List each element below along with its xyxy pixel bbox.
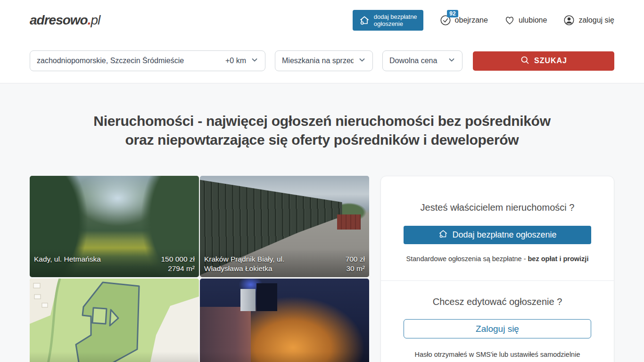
header: adresowo.pl dodaj bezpłatneogłoszenie 92…: [0, 0, 644, 40]
radius-value: +0 km: [225, 57, 246, 65]
viewed-count-badge: 92: [447, 10, 458, 17]
listing-card[interactable]: Kady, ul. Hetmańska 150 000 zł 2794 m²: [30, 176, 199, 277]
header-actions: dodaj bezpłatneogłoszenie 92 obejrzane u…: [353, 10, 614, 31]
category-value: Mieszkania na sprzeda: [282, 57, 354, 65]
login-link[interactable]: zaloguj się: [563, 14, 614, 26]
add-listing-line1: dodaj bezpłatne: [374, 13, 417, 20]
login-label: zaloguj się: [578, 16, 614, 25]
chevron-down-icon: [448, 56, 455, 66]
heart-icon: [504, 15, 515, 26]
sidebar-divider: [381, 280, 614, 281]
listing-label: Kraków Prądnik Biały, ul. Władysława Łok…: [200, 253, 369, 277]
radius-select[interactable]: +0 km: [225, 56, 258, 66]
listing-area: 30 m²: [346, 264, 365, 273]
search-bar: zachodniopomorskie, Szczecin Śródmieście…: [0, 40, 644, 83]
add-listing-button[interactable]: dodaj bezpłatneogłoszenie: [353, 10, 423, 31]
search-button-label: SZUKAJ: [534, 57, 567, 65]
listing-title: Kraków Prądnik Biały, ul. Władysława Łok…: [204, 255, 304, 273]
logo-tld: pl: [91, 13, 100, 27]
page-title-line1: Nieruchomości - najwięcej ogłoszeń nieru…: [30, 112, 614, 131]
login-sidebar-button[interactable]: Zaloguj się: [404, 319, 591, 338]
main-row: Kady, ul. Hetmańska 150 000 zł 2794 m² K…: [30, 176, 614, 362]
location-input[interactable]: zachodniopomorskie, Szczecin Śródmieście…: [30, 50, 265, 71]
favorites-link[interactable]: ulubione: [504, 15, 547, 26]
search-button[interactable]: SZUKAJ: [473, 51, 614, 71]
house-plus-icon: [359, 15, 370, 26]
page-title-line2: oraz niepowtarzające się oferty pośredni…: [30, 131, 614, 149]
listing-label: Kady, ul. Hetmańska 150 000 zł 2794 m²: [30, 253, 199, 277]
user-circle-icon: [563, 14, 575, 26]
listing-price: 700 zł: [346, 255, 365, 264]
card-shade: [30, 352, 199, 362]
add-listing-line2: ogłoszenie: [374, 20, 403, 27]
owner-note-prefix: Standardowe ogłoszenia są bezpłatne -: [406, 255, 528, 263]
listing-numbers: 150 000 zł 2794 m²: [161, 255, 195, 273]
main-content: Nieruchomości - najwięcej ogłoszeń nieru…: [0, 83, 644, 362]
listing-area: 2794 m²: [161, 264, 195, 273]
listing-card[interactable]: Kraków Prądnik Biały, ul. Władysława Łok…: [200, 176, 369, 277]
owner-sidebar: Jesteś właścicielem nieruchomości ? Doda…: [380, 176, 614, 362]
edit-heading: Chcesz edytować ogłoszenie ?: [404, 296, 591, 307]
logo-name: adresowo: [30, 13, 88, 27]
chevron-down-icon: [251, 56, 258, 66]
map-image: [30, 279, 199, 362]
listings-grid: Kady, ul. Hetmańska 150 000 zł 2794 m² K…: [30, 176, 369, 362]
site-logo[interactable]: adresowo.pl: [30, 13, 100, 28]
viewed-label: obejrzane: [455, 16, 488, 25]
listing-price: 150 000 zł: [161, 255, 195, 264]
location-value: zachodniopomorskie, Szczecin Śródmieście: [37, 57, 225, 65]
viewed-link[interactable]: 92 obejrzane: [439, 14, 488, 26]
listing-title: Kady, ul. Hetmańska: [34, 255, 101, 264]
chevron-down-icon: [358, 56, 366, 66]
add-listing-label: dodaj bezpłatneogłoszenie: [374, 13, 417, 27]
page-title: Nieruchomości - najwięcej ogłoszeń nieru…: [30, 83, 614, 149]
add-listing-sidebar-button[interactable]: Dodaj bezpłatne ogłoszenie: [404, 226, 591, 244]
owner-note-bold: bez opłat i prowizji: [528, 255, 589, 263]
price-value: Dowolna cena: [389, 57, 443, 65]
favorites-label: ulubione: [519, 16, 547, 25]
listing-numbers: 700 zł 30 m²: [346, 255, 365, 273]
check-circle-icon: 92: [439, 14, 452, 26]
listing-card[interactable]: Jurata, ul. ks. Hieronima 380 000 zł: [200, 279, 369, 362]
card-shade: [200, 352, 369, 362]
category-select[interactable]: Mieszkania na sprzeda: [275, 50, 373, 71]
house-plus-icon: [438, 229, 448, 241]
owner-heading: Jesteś właścicielem nieruchomości ?: [404, 202, 591, 213]
listing-card[interactable]: Nowa Jastrząbka 300 000 zł: [30, 279, 199, 362]
search-icon: [520, 55, 530, 67]
owner-note: Standardowe ogłoszenia są bezpłatne - be…: [404, 255, 591, 263]
edit-note: Hasło otrzymałeś w SMS'ie lub ustawiłeś …: [404, 351, 591, 358]
add-listing-sidebar-label: Dodaj bezpłatne ogłoszenie: [452, 230, 556, 240]
price-select[interactable]: Dowolna cena: [382, 50, 462, 71]
